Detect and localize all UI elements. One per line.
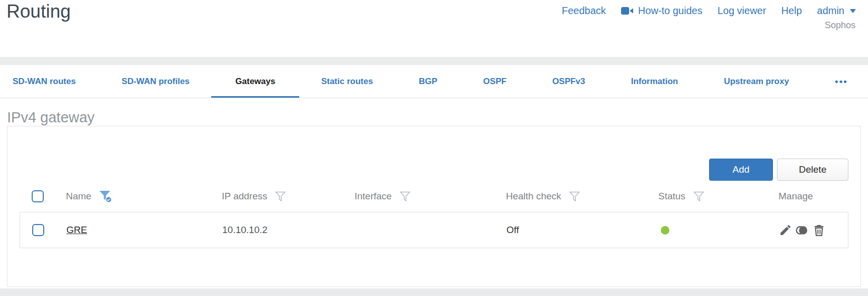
column-name: Name — [66, 190, 222, 203]
brand-label: Sophos — [825, 20, 855, 31]
gateway-panel: Add Delete Name IP address — [7, 126, 861, 287]
trash-icon[interactable] — [813, 224, 825, 237]
header-links: Feedback How-to guides Log viewer Help a… — [562, 5, 856, 17]
top-header: Routing Feedback How-to guides Log viewe… — [0, 0, 868, 57]
page-title: Routing — [7, 1, 71, 22]
chevron-down-icon — [850, 9, 856, 13]
tab-ospfv3[interactable]: OSPFv3 — [552, 65, 585, 98]
header-checkbox-cell — [20, 190, 66, 202]
column-ip-address: IP address — [222, 191, 355, 202]
column-health-check: Health check — [506, 191, 658, 202]
routing-page: Routing Feedback How-to guides Log viewe… — [0, 0, 868, 296]
tab-ospf[interactable]: OSPF — [483, 65, 506, 98]
select-all-checkbox[interactable] — [32, 190, 44, 202]
clone-icon[interactable] — [795, 224, 809, 237]
admin-menu[interactable]: admin — [817, 5, 856, 17]
delete-button[interactable]: Delete — [777, 159, 848, 181]
tab-information[interactable]: Information — [631, 65, 678, 98]
status-up-dot — [661, 226, 669, 235]
cell-name: GRE — [66, 225, 222, 236]
row-checkbox-cell — [20, 224, 66, 236]
funnel-check-icon[interactable] — [99, 190, 112, 203]
feedback-link[interactable]: Feedback — [562, 5, 606, 17]
add-button[interactable]: Add — [709, 159, 773, 181]
toolbar: Add Delete — [20, 159, 848, 181]
cell-manage — [779, 224, 848, 237]
howto-guides-link[interactable]: How-to guides — [621, 5, 703, 17]
section-heading: IPv4 gateway — [7, 109, 868, 126]
funnel-icon[interactable] — [399, 191, 411, 202]
column-status: Status — [658, 191, 778, 202]
tab-upstream-proxy[interactable]: Upstream proxy — [724, 65, 789, 98]
tab-static-routes[interactable]: Static routes — [321, 65, 373, 98]
cell-ip-address: 10.10.10.2 — [222, 225, 355, 236]
footer-strip — [0, 288, 868, 296]
tab-bgp[interactable]: BGP — [419, 65, 438, 98]
funnel-icon[interactable] — [275, 191, 286, 202]
funnel-icon[interactable] — [693, 191, 705, 202]
cell-status — [659, 226, 779, 235]
table-header-row: Name IP address Interface — [20, 181, 848, 212]
row-checkbox[interactable] — [32, 224, 44, 236]
log-viewer-link[interactable]: Log viewer — [718, 5, 766, 17]
gateway-name-link[interactable]: GRE — [66, 225, 87, 235]
tab-bar: SD-WAN routes SD-WAN profiles Gateways S… — [0, 65, 868, 98]
tab-gateways[interactable]: Gateways — [235, 65, 275, 98]
funnel-icon[interactable] — [569, 191, 580, 202]
tab-overflow-ellipsis-icon[interactable]: ••• — [835, 65, 848, 98]
column-manage: Manage — [778, 191, 848, 202]
pencil-icon[interactable] — [779, 224, 792, 237]
tab-sdwan-profiles[interactable]: SD-WAN profiles — [122, 65, 190, 98]
video-camera-icon — [621, 7, 634, 15]
tab-sdwan-routes[interactable]: SD-WAN routes — [13, 65, 76, 98]
header-separator — [0, 57, 868, 65]
column-interface: Interface — [355, 191, 506, 202]
cell-health-check: Off — [506, 225, 659, 236]
table-row: GRE 10.10.10.2 Off — [20, 212, 848, 248]
help-link[interactable]: Help — [781, 5, 802, 17]
